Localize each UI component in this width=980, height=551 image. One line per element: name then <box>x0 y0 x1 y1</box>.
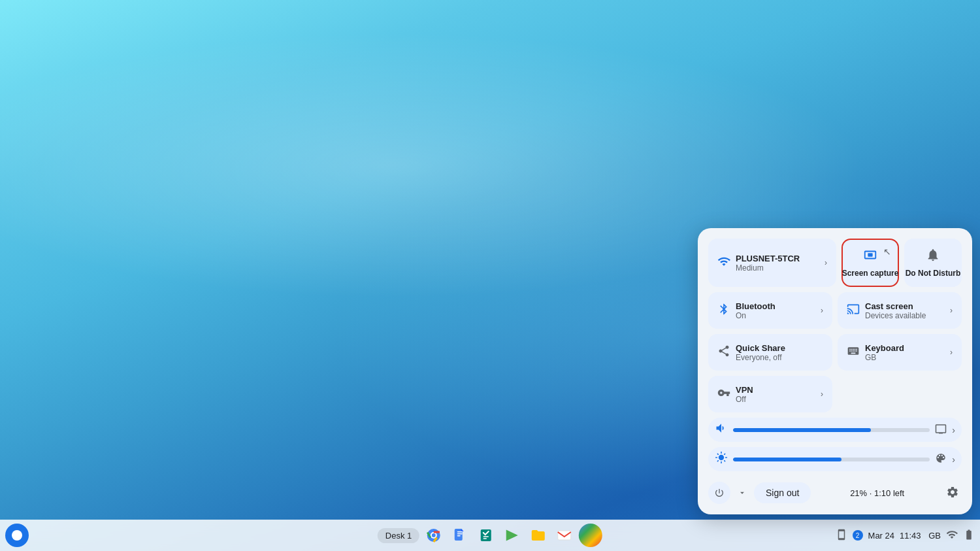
volume-slider-row: › <box>708 418 962 442</box>
quick-share-text: Quick Share Everyone, off <box>736 343 823 362</box>
color-icon <box>935 452 947 467</box>
keyboard-tile[interactable]: Keyboard GB › <box>838 334 962 371</box>
cast-screen-tile[interactable]: Cast screen Devices available › <box>838 292 962 329</box>
qs-row-2: Bluetooth On › Cast screen Devices avail… <box>708 292 962 329</box>
vpn-tile[interactable]: VPN Off › <box>708 376 832 412</box>
taskbar-wifi-icon <box>946 529 958 543</box>
quick-share-icon <box>717 344 730 361</box>
do-not-disturb-tile[interactable]: Do Not Disturb <box>904 239 962 287</box>
quick-settings-panel: PLUSNET-5TCR Medium › Screen capture ↖ <box>698 228 972 514</box>
cast-icon <box>847 303 860 319</box>
dnd-icon <box>926 248 940 266</box>
taskbar-time: 11:43 GB <box>900 531 941 541</box>
vpn-status: Off <box>736 395 815 404</box>
power-row: Sign out <box>708 482 811 504</box>
brightness-fill <box>733 458 841 461</box>
power-menu-button[interactable] <box>734 485 750 501</box>
svg-rect-12 <box>558 531 571 540</box>
qs-row-top: PLUSNET-5TCR Medium › Screen capture ↖ <box>708 239 962 287</box>
taskbar-app-docs[interactable] <box>448 524 472 547</box>
brightness-expand-arrow[interactable]: › <box>952 454 955 465</box>
wifi-name: PLUSNET-5TCR <box>736 254 819 263</box>
vpn-text: VPN Off <box>736 385 815 404</box>
taskbar-left <box>5 524 29 547</box>
bluetooth-status: On <box>736 311 815 320</box>
launcher-button[interactable] <box>5 524 29 547</box>
keyboard-icon <box>847 344 860 361</box>
cast-screen-text: Cast screen Devices available <box>865 301 945 320</box>
screen-capture-icon <box>863 248 877 266</box>
taskbar-app-play[interactable] <box>500 524 524 547</box>
cast-arrow: › <box>950 306 953 315</box>
svg-rect-7 <box>457 533 463 535</box>
cast-screen-name: Cast screen <box>865 301 945 311</box>
keyboard-name: Keyboard <box>865 343 945 353</box>
vpn-name: VPN <box>736 385 815 395</box>
qs-row-3: Quick Share Everyone, off Keyboard GB › <box>708 334 962 371</box>
quick-share-status: Everyone, off <box>736 353 823 362</box>
brightness-track[interactable] <box>733 458 930 461</box>
svg-point-4 <box>432 533 436 537</box>
bluetooth-name: Bluetooth <box>736 301 815 311</box>
wifi-strength: Medium <box>736 263 819 273</box>
screen-capture-label: Screen capture <box>842 269 899 278</box>
svg-rect-0 <box>868 253 872 257</box>
qs-row-4: VPN Off › <box>708 376 962 412</box>
cursor-indicator: ↖ <box>883 246 891 257</box>
volume-track[interactable] <box>733 428 930 432</box>
vpn-arrow: › <box>821 390 823 399</box>
settings-button[interactable] <box>943 483 962 503</box>
svg-rect-6 <box>457 531 463 533</box>
desktop: PLUSNET-5TCR Medium › Screen capture ↖ <box>0 0 980 551</box>
taskbar-center: Desk 1 <box>378 524 602 547</box>
qs-bottom-bar: Sign out 21% · 1:10 left <box>708 476 962 504</box>
bluetooth-arrow: › <box>821 306 823 315</box>
sign-out-button[interactable]: Sign out <box>754 482 811 503</box>
notification-badge: 2 <box>853 530 863 541</box>
bluetooth-text: Bluetooth On <box>736 301 815 320</box>
vpn-icon <box>717 386 730 403</box>
taskbar-app-gmail[interactable] <box>553 524 576 547</box>
screen-capture-tile[interactable]: Screen capture ↖ <box>841 239 899 287</box>
taskbar-battery-icon <box>963 529 975 543</box>
taskbar-right: 2 Mar 24 11:43 GB <box>836 529 975 543</box>
keyboard-region: GB <box>865 353 945 362</box>
wifi-arrow: › <box>825 258 827 267</box>
taskbar-app-chrome[interactable] <box>422 524 446 547</box>
keyboard-text: Keyboard GB <box>865 343 945 362</box>
taskbar-app-photos[interactable] <box>579 524 602 547</box>
taskbar: Desk 1 <box>0 520 980 551</box>
bluetooth-tile[interactable]: Bluetooth On › <box>708 292 832 329</box>
svg-rect-8 <box>457 535 461 537</box>
volume-expand-arrow[interactable]: › <box>952 425 955 435</box>
svg-rect-9 <box>481 529 491 541</box>
wifi-text: PLUSNET-5TCR Medium <box>736 254 819 273</box>
brightness-icon <box>715 451 728 467</box>
bluetooth-icon <box>717 303 730 319</box>
taskbar-date: Mar 24 <box>868 531 894 541</box>
taskbar-app-files[interactable] <box>527 524 550 547</box>
volume-fill <box>733 428 871 432</box>
display-icon <box>935 423 947 437</box>
phone-icon <box>836 529 847 543</box>
quick-share-name: Quick Share <box>736 343 823 353</box>
volume-icon <box>715 422 728 438</box>
quick-share-tile[interactable]: Quick Share Everyone, off <box>708 334 832 371</box>
battery-status: 21% · 1:10 left <box>850 488 904 498</box>
cast-screen-status: Devices available <box>865 311 945 320</box>
wifi-icon <box>717 255 730 271</box>
taskbar-app-tasks[interactable] <box>474 524 498 547</box>
dnd-label: Do Not Disturb <box>906 269 961 278</box>
brightness-slider-row: › <box>708 447 962 471</box>
power-button[interactable] <box>708 482 730 504</box>
wifi-tile[interactable]: PLUSNET-5TCR Medium › <box>708 239 836 287</box>
desk-label: Desk 1 <box>378 528 419 543</box>
keyboard-arrow: › <box>950 348 953 357</box>
